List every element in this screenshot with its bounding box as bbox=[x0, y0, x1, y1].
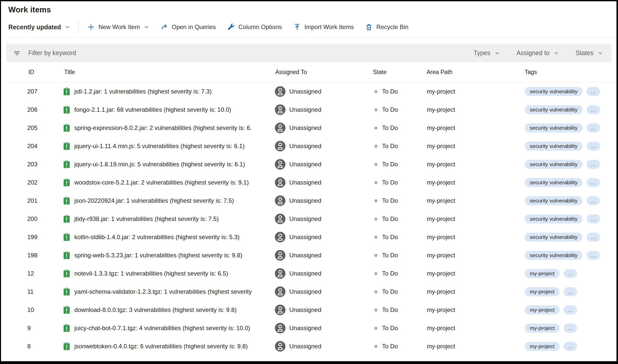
tag-overflow-button[interactable]: ... bbox=[564, 305, 577, 314]
tag-pill[interactable]: security vulnerability bbox=[525, 160, 583, 169]
assigned-to-filter-dropdown[interactable]: Assigned to bbox=[516, 49, 559, 57]
table-row[interactable]: 11 yaml-schema-validator-1.2.3.tgz: 1 vu… bbox=[1, 283, 616, 301]
assigned-to-value: Unassigned bbox=[289, 124, 321, 131]
tag-overflow-button[interactable]: ... bbox=[587, 142, 600, 151]
work-item-title-link[interactable]: download-8.0.0.tgz: 3 vulnerabilities (h… bbox=[74, 306, 237, 313]
tag-overflow-button[interactable]: ... bbox=[587, 105, 600, 114]
table-row[interactable]: 205 spring-expression-6.0.2.jar: 2 vulne… bbox=[1, 119, 616, 137]
tag-overflow-button[interactable]: ... bbox=[587, 160, 600, 169]
unassigned-avatar-icon bbox=[275, 104, 285, 115]
tag-overflow-button[interactable]: ... bbox=[587, 178, 600, 187]
tag-pill[interactable]: security vulnerability bbox=[525, 178, 583, 187]
work-item-id: 204 bbox=[27, 143, 63, 150]
work-item-id: 201 bbox=[27, 197, 63, 204]
work-item-title-link[interactable]: juicy-chat-bot-0.7.1.tgz: 4 vulnerabilit… bbox=[74, 325, 250, 332]
issue-icon bbox=[63, 306, 70, 314]
tag-pill[interactable]: security vulnerability bbox=[525, 251, 583, 260]
table-row[interactable]: 8 jsonwebtoken-0.4.0.tgz: 6 vulnerabilit… bbox=[1, 337, 616, 355]
tag-pill[interactable]: security vulnerability bbox=[525, 214, 583, 223]
table-row[interactable]: 199 kotlin-stdlib-1.4.0.jar: 2 vulnerabi… bbox=[1, 228, 616, 246]
tag-pill[interactable]: security vulnerability bbox=[525, 196, 583, 205]
open-in-queries-button[interactable]: Open in Queries bbox=[155, 21, 222, 33]
types-filter-dropdown[interactable]: Types bbox=[474, 49, 500, 57]
issue-icon bbox=[63, 233, 70, 241]
states-filter-dropdown[interactable]: States bbox=[576, 49, 603, 57]
table-row[interactable]: 9 juicy-chat-bot-0.7.1.tgz: 4 vulnerabil… bbox=[1, 319, 616, 337]
work-item-title-link[interactable]: yaml-schema-validator-1.2.3.tgz: 1 vulne… bbox=[74, 288, 252, 295]
import-work-items-button[interactable]: Import Work Items bbox=[288, 21, 360, 33]
work-item-title-link[interactable]: jquery-ui-1.8.19.min.js: 5 vulnerabiliti… bbox=[74, 161, 245, 168]
work-item-title-link[interactable]: jtidy-r938.jar: 1 vulnerabilities (highe… bbox=[74, 215, 219, 222]
table-row[interactable]: 207 jstl-1.2.jar: 1 vulnerabilities (hig… bbox=[1, 82, 616, 101]
tag-overflow-button[interactable]: ... bbox=[587, 214, 600, 223]
table-row[interactable]: 10 download-8.0.0.tgz: 3 vulnerabilities… bbox=[1, 301, 616, 319]
work-item-title-link[interactable]: jquery-ui-1.11.4.min.js: 5 vulnerabiliti… bbox=[74, 143, 245, 150]
tag-overflow-button[interactable]: ... bbox=[587, 233, 600, 242]
area-path-value: my-project bbox=[426, 106, 524, 113]
tag-pill[interactable]: security vulnerability bbox=[525, 233, 583, 242]
recycle-bin-button[interactable]: Recycle Bin bbox=[360, 21, 414, 33]
new-work-item-button[interactable]: New Work Item bbox=[82, 21, 155, 33]
tag-pill[interactable]: my-project bbox=[525, 324, 560, 333]
tag-pill[interactable]: security vulnerability bbox=[525, 123, 583, 132]
assigned-to-value: Unassigned bbox=[289, 325, 321, 332]
column-header-assigned-to[interactable]: Assigned To bbox=[274, 69, 372, 76]
tag-pill[interactable]: security vulnerability bbox=[525, 87, 583, 96]
work-item-title-link[interactable]: woodstox-core-5.2.1.jar: 2 vulnerabiliti… bbox=[74, 179, 249, 186]
state-value: To Do bbox=[382, 252, 398, 259]
tag-pill[interactable]: security vulnerability bbox=[525, 142, 583, 151]
tag-pill[interactable]: my-project bbox=[525, 269, 560, 278]
tag-pill[interactable]: my-project bbox=[525, 342, 560, 351]
table-row[interactable]: 201 json-20220924.jar: 1 vulnerabilities… bbox=[1, 192, 616, 210]
state-dot-icon bbox=[374, 345, 378, 348]
table-row[interactable]: 206 fongo-2.1.1.jar: 68 vulnerabilities … bbox=[1, 101, 616, 119]
tag-overflow-button[interactable]: ... bbox=[564, 324, 577, 333]
tag-overflow-button[interactable]: ... bbox=[587, 87, 600, 96]
tag-overflow-button[interactable]: ... bbox=[564, 287, 577, 296]
table-row[interactable]: 198 spring-web-5.3.23.jar: 1 vulnerabili… bbox=[1, 246, 616, 264]
column-options-button[interactable]: Column Options bbox=[222, 21, 288, 33]
table-row[interactable]: 200 jtidy-r938.jar: 1 vulnerabilities (h… bbox=[1, 210, 616, 228]
tag-overflow-button[interactable]: ... bbox=[587, 123, 600, 132]
import-work-items-label: Import Work Items bbox=[304, 24, 354, 31]
work-item-title-link[interactable]: spring-web-5.3.23.jar: 1 vulnerabilities… bbox=[74, 252, 242, 259]
state-value: To Do bbox=[382, 325, 398, 332]
work-item-title-link[interactable]: json-20220924.jar: 1 vulnerabilities (hi… bbox=[74, 197, 234, 204]
states-filter-label: States bbox=[576, 49, 593, 57]
table-row[interactable]: 12 notevil-1.3.3.tgz: 1 vulnerabilities … bbox=[1, 264, 616, 283]
tag-overflow-button[interactable]: ... bbox=[564, 269, 577, 278]
filter-keyword-input[interactable] bbox=[28, 49, 474, 57]
unassigned-avatar-icon bbox=[275, 341, 285, 352]
work-item-title-link[interactable]: fongo-2.1.1.jar: 68 vulnerabilities (hig… bbox=[74, 106, 231, 113]
work-item-title-link[interactable]: spring-expression-6.0.2.jar: 2 vulnerabi… bbox=[74, 124, 252, 131]
work-item-id: 199 bbox=[27, 234, 63, 241]
column-header-title[interactable]: Title bbox=[63, 69, 274, 76]
filter-lines-icon bbox=[13, 49, 21, 57]
tag-overflow-button[interactable]: ... bbox=[587, 196, 600, 205]
tag-pill[interactable]: my-project bbox=[525, 305, 560, 314]
table-row[interactable]: 204 jquery-ui-1.11.4.min.js: 5 vulnerabi… bbox=[1, 137, 616, 155]
table-row[interactable]: 202 woodstox-core-5.2.1.jar: 2 vulnerabi… bbox=[1, 173, 616, 192]
unassigned-avatar-icon bbox=[275, 177, 285, 188]
tag-pill[interactable]: my-project bbox=[525, 287, 560, 296]
column-header-tags[interactable]: Tags bbox=[524, 69, 616, 76]
tag-overflow-button[interactable]: ... bbox=[564, 342, 577, 351]
column-header-id[interactable]: ID bbox=[27, 69, 63, 76]
view-selector-dropdown[interactable]: Recently updated bbox=[8, 24, 70, 31]
tag-overflow-button[interactable]: ... bbox=[587, 251, 600, 260]
work-item-title-link[interactable]: notevil-1.3.3.tgz: 1 vulnerabilities (hi… bbox=[74, 270, 228, 277]
work-item-title-link[interactable]: jsonwebtoken-0.4.0.tgz: 6 vulnerabilitie… bbox=[74, 343, 248, 350]
unassigned-avatar-icon bbox=[275, 123, 285, 133]
column-header-area-path[interactable]: Area Path bbox=[426, 69, 524, 76]
work-items-table: 207 jstl-1.2.jar: 1 vulnerabilities (hig… bbox=[1, 82, 616, 355]
table-row[interactable]: 203 jquery-ui-1.8.19.min.js: 5 vulnerabi… bbox=[1, 155, 616, 173]
issue-icon bbox=[63, 124, 70, 132]
header-divider-line bbox=[1, 38, 616, 38]
area-path-value: my-project bbox=[426, 124, 524, 131]
work-item-title-link[interactable]: kotlin-stdlib-1.4.0.jar: 2 vulnerabiliti… bbox=[74, 234, 240, 241]
work-item-title-link[interactable]: jstl-1.2.jar: 1 vulnerabilities (highest… bbox=[74, 88, 212, 95]
new-work-item-label: New Work Item bbox=[98, 24, 140, 31]
assigned-to-value: Unassigned bbox=[289, 88, 321, 95]
tag-pill[interactable]: security vulnerability bbox=[525, 105, 583, 114]
column-header-state[interactable]: State bbox=[372, 69, 426, 76]
